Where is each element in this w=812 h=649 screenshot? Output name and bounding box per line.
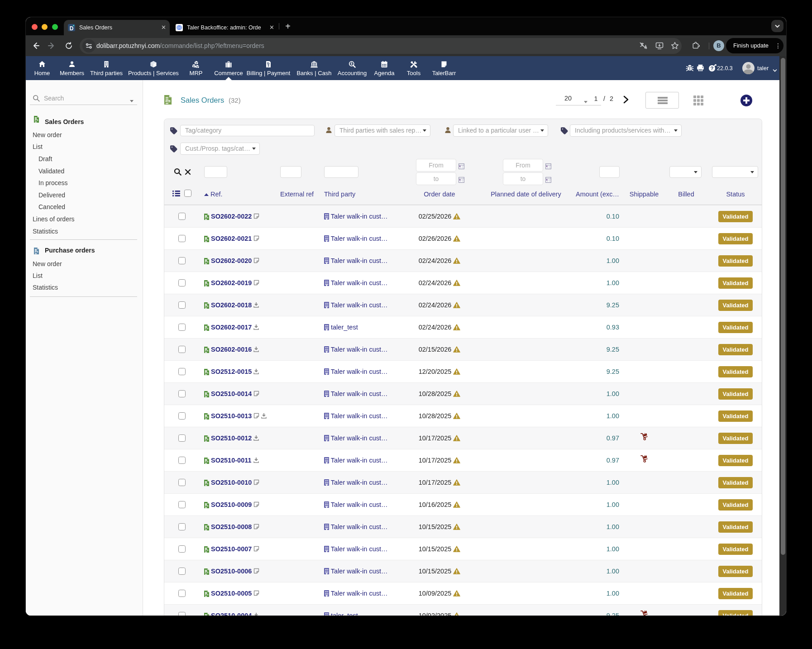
svg-text:$: $ xyxy=(351,62,353,66)
svg-text:?: ? xyxy=(710,66,713,71)
svg-text:$: $ xyxy=(267,64,269,67)
